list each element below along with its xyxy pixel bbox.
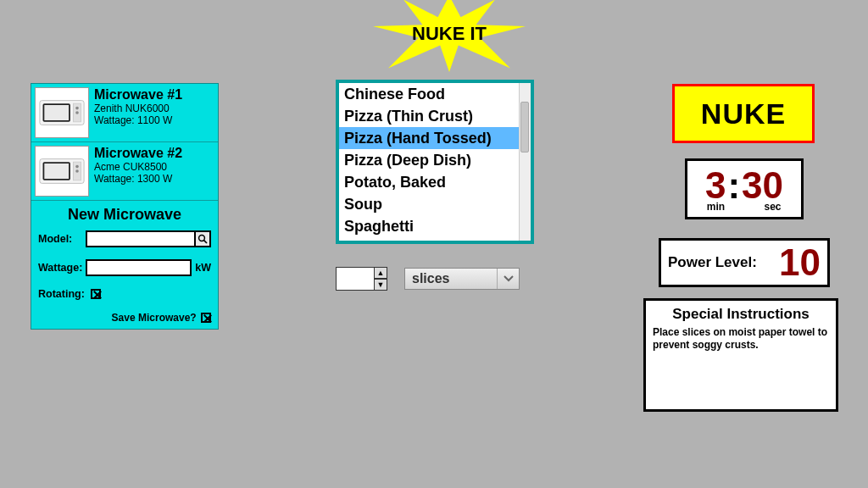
new-microwave-form: Model: Wattage: kW Rotating: <box>31 230 218 312</box>
food-item[interactable]: Spaghetti <box>339 215 531 237</box>
quantity-row: ▲ ▼ slices <box>336 267 520 291</box>
svg-point-12 <box>75 169 79 173</box>
time-display: 3 : 30 min sec <box>685 158 804 219</box>
microwave-info: Microwave #2 Acme CUK8500 Wattage: 1300 … <box>94 146 182 197</box>
svg-rect-3 <box>44 105 69 120</box>
rotating-label: Rotating: <box>38 288 91 300</box>
quantity-input[interactable] <box>336 267 375 291</box>
model-search-button[interactable] <box>194 230 211 247</box>
microwave-title: Microwave #1 <box>94 87 182 103</box>
microwave-title: Microwave #2 <box>94 146 182 161</box>
quantity-step-up[interactable]: ▲ <box>374 267 387 279</box>
search-icon <box>198 234 208 244</box>
power-level-display: Power Level: 10 <box>659 238 830 287</box>
svg-line-14 <box>204 241 207 243</box>
instructions-body: Place slices on moist paper towel to pre… <box>653 326 829 352</box>
app-logo-starburst: NUKE IT <box>373 0 526 72</box>
quantity-unit-label: slices <box>405 271 497 286</box>
food-list-scrollbar[interactable] <box>519 83 531 241</box>
svg-marker-0 <box>373 0 526 72</box>
wattage-unit: kW <box>195 262 211 274</box>
save-microwave-label: Save Microwave? <box>112 312 197 324</box>
quantity-step-down[interactable]: ▼ <box>374 279 387 291</box>
power-level-value: 10 <box>779 244 821 281</box>
time-min-label: min <box>687 201 744 213</box>
new-microwave-heading: New Microwave <box>31 201 218 230</box>
microwave-thumbnail <box>35 87 89 138</box>
power-level-label: Power Level: <box>668 254 757 271</box>
microwave-model: Zenith NUK6000 <box>94 103 182 114</box>
quantity-stepper: ▲ ▼ <box>374 267 387 291</box>
food-item[interactable]: Potato, Baked <box>339 171 531 193</box>
model-label: Model: <box>38 233 86 245</box>
wattage-input[interactable] <box>86 259 192 276</box>
scrollbar-thumb[interactable] <box>520 102 529 152</box>
time-sec-label: sec <box>744 201 801 213</box>
time-colon: : <box>727 167 740 204</box>
microwave-wattage: Wattage: 1300 W <box>94 173 182 185</box>
nuke-button-label: NUKE <box>701 97 786 130</box>
food-item[interactable]: Soup <box>339 193 531 215</box>
food-item[interactable]: Pizza (Thin Crust) <box>339 105 531 127</box>
quantity-unit-select[interactable]: slices <box>404 268 520 290</box>
wattage-label: Wattage: <box>38 262 86 274</box>
rotating-checkbox[interactable] <box>91 289 101 299</box>
microwave-wattage: Wattage: 1100 W <box>94 114 182 126</box>
chevron-down-icon <box>497 269 519 289</box>
svg-point-11 <box>75 165 79 169</box>
nuke-button[interactable]: NUKE <box>672 84 815 143</box>
time-seconds: 30 <box>742 167 783 204</box>
microwave-card-1[interactable]: Microwave #1 Zenith NUK6000 Wattage: 110… <box>31 84 218 142</box>
save-microwave-checkbox[interactable] <box>201 313 211 323</box>
microwave-model: Acme CUK8500 <box>94 161 182 173</box>
model-input[interactable] <box>86 230 196 247</box>
svg-point-13 <box>199 236 205 241</box>
svg-rect-9 <box>44 164 69 179</box>
food-item[interactable]: Pizza (Deep Dish) <box>339 149 531 171</box>
microwave-panel: Microwave #1 Zenith NUK6000 Wattage: 110… <box>31 83 219 330</box>
microwave-thumbnail <box>35 146 89 197</box>
microwave-info: Microwave #1 Zenith NUK6000 Wattage: 110… <box>94 87 182 138</box>
special-instructions-box: Special Instructions Place slices on moi… <box>643 298 838 412</box>
time-minutes: 3 <box>705 167 726 204</box>
save-microwave-row: Save Microwave? <box>31 312 218 329</box>
food-item[interactable]: Pizza (Hand Tossed) <box>339 127 531 149</box>
food-item[interactable]: Chinese Food <box>339 83 531 105</box>
food-list: Chinese FoodPizza (Thin Crust)Pizza (Han… <box>336 80 534 244</box>
instructions-title: Special Instructions <box>653 306 829 323</box>
food-item[interactable]: Sweet Potato, Baked <box>339 237 531 241</box>
svg-point-6 <box>75 111 79 114</box>
microwave-card-2[interactable]: Microwave #2 Acme CUK8500 Wattage: 1300 … <box>31 142 218 201</box>
svg-point-5 <box>75 107 79 110</box>
